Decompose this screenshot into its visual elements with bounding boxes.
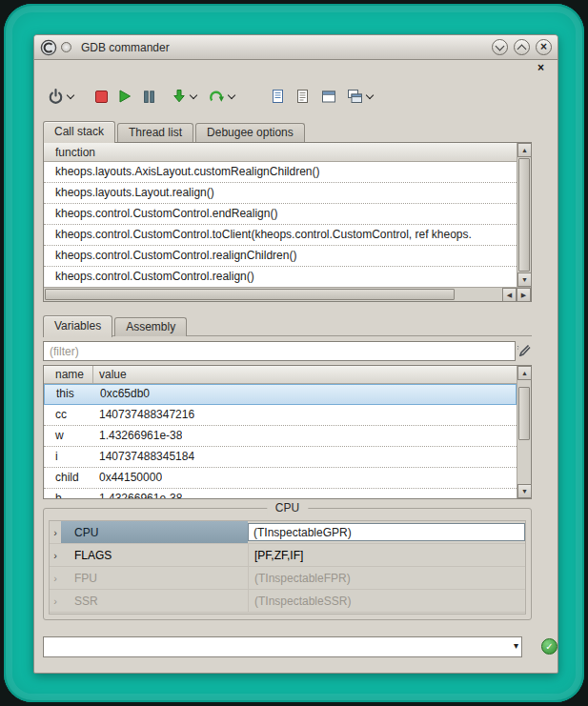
- window-title: GDB commander: [81, 41, 170, 54]
- step-over-button[interactable]: [209, 89, 234, 104]
- call-stack-row[interactable]: kheops.control.CustomControl.toClient(kh…: [44, 225, 517, 246]
- maximize-button[interactable]: [514, 39, 530, 55]
- variables-tabbar: Variables Assembly: [43, 314, 189, 336]
- filter-clear-button[interactable]: [515, 342, 532, 359]
- document-icon: [271, 89, 285, 104]
- window-icon: [321, 90, 336, 104]
- callstack-tabbar: Call stack Thread list Debugee options: [43, 120, 307, 142]
- expander-icon[interactable]: ›: [50, 550, 61, 561]
- column-header-name[interactable]: name: [44, 366, 93, 383]
- variable-row[interactable]: cc 140737488347216: [44, 405, 517, 426]
- tab-assembly[interactable]: Assembly: [114, 317, 187, 336]
- variables-header: name value: [44, 366, 517, 384]
- desktop-background: GDB commander × ×: [0, 0, 588, 706]
- window-view-button[interactable]: [321, 90, 336, 104]
- tab-thread-list[interactable]: Thread list: [117, 123, 193, 142]
- scrollbar-thumb[interactable]: [518, 158, 530, 272]
- app-badge-icon: [61, 42, 71, 52]
- variable-row[interactable]: w 1.43266961e-38: [44, 426, 517, 447]
- execute-button[interactable]: ✓: [541, 638, 558, 655]
- cpu-value-editor[interactable]: (TInspectableGPR): [248, 523, 525, 541]
- variable-row[interactable]: this 0xc65db0: [44, 384, 517, 405]
- expander-icon[interactable]: ›: [50, 573, 61, 584]
- cpu-row-name: FPU: [61, 567, 248, 589]
- tab-call-stack[interactable]: Call stack: [43, 121, 115, 143]
- windows-icon: [347, 89, 363, 104]
- stop-button[interactable]: [94, 90, 109, 104]
- filter-row: [43, 341, 532, 361]
- call-stack-row[interactable]: kheops.control.CustomControl.endRealign(…: [44, 204, 517, 225]
- variable-row[interactable]: child 0x44150000: [44, 468, 517, 489]
- variable-value: 1.43266961e-38: [93, 489, 182, 498]
- scroll-right-button[interactable]: ▶: [517, 288, 531, 302]
- cpu-row[interactable]: › SSR (TInspectableSSR): [50, 590, 525, 613]
- scrollbar-thumb[interactable]: [518, 387, 530, 440]
- horizontal-scrollbar[interactable]: ◀ ▶: [44, 287, 531, 301]
- scroll-down-button[interactable]: ▼: [517, 484, 532, 498]
- tab-debugee-options[interactable]: Debugee options: [195, 123, 305, 142]
- variable-name: child: [44, 468, 93, 488]
- command-input[interactable]: [46, 639, 504, 655]
- pause-button[interactable]: [142, 90, 156, 104]
- pen-icon: [516, 343, 531, 358]
- call-stack-panel: function kheops.layouts.AxisLayout.custo…: [43, 142, 532, 302]
- variable-row[interactable]: b 1.43266961e-38: [44, 489, 517, 498]
- call-stack-row[interactable]: kheops.control.CustomControl.realignChil…: [44, 246, 517, 267]
- close-button[interactable]: ×: [536, 39, 552, 55]
- windows-menu-button[interactable]: [347, 89, 373, 104]
- cpu-groupbox: CPU › CPU (TInspectableGPR) › FLAGS [PF,…: [43, 508, 532, 620]
- scroll-up-button[interactable]: ▲: [517, 143, 532, 157]
- call-stack-row[interactable]: kheops.layouts.AxisLayout.customRealignC…: [44, 162, 517, 183]
- cpu-row[interactable]: › FPU (TInspectableFPR): [50, 567, 525, 590]
- column-header-value[interactable]: value: [93, 366, 517, 383]
- variable-name: this: [45, 385, 94, 404]
- cpu-row[interactable]: › FLAGS [PF,ZF,IF]: [50, 544, 525, 567]
- expander-icon[interactable]: ›: [50, 527, 61, 538]
- gdb-commander-window: GDB commander × ×: [33, 34, 558, 674]
- column-header-function[interactable]: function: [44, 143, 95, 161]
- vertical-scrollbar[interactable]: ▲ ▼: [517, 366, 531, 498]
- step-into-button[interactable]: [172, 89, 196, 104]
- power-button[interactable]: [48, 89, 73, 105]
- scrollbar-thumb[interactable]: [45, 289, 455, 300]
- combobox-dropdown-icon[interactable]: ▾: [514, 640, 518, 651]
- variable-value: 0xc65db0: [94, 385, 150, 404]
- tab-variables[interactable]: Variables: [43, 315, 112, 337]
- cpu-groupbox-title: CPU: [267, 501, 308, 514]
- filter-input[interactable]: [43, 341, 516, 361]
- cpu-row-value: (TInspectableSSR): [248, 590, 525, 612]
- expander-icon[interactable]: ›: [50, 595, 61, 607]
- call-stack-row[interactable]: kheops.control.CustomControl.realign(): [44, 267, 517, 287]
- check-icon: ✓: [545, 641, 553, 652]
- variable-name: b: [44, 489, 93, 498]
- scroll-up-button[interactable]: ▲: [517, 366, 532, 380]
- pause-icon: [142, 90, 156, 104]
- scroll-left-button[interactable]: ◀: [502, 288, 517, 302]
- variables-panel: name value this 0xc65db0 cc 140737488347…: [43, 365, 532, 499]
- variable-row[interactable]: i 140737488345184: [44, 447, 517, 468]
- power-icon: [48, 89, 64, 105]
- play-icon: [117, 89, 132, 104]
- cpu-inspector: › CPU (TInspectableGPR) › FLAGS [PF,ZF,I…: [49, 520, 526, 615]
- vertical-scrollbar[interactable]: ▲ ▼: [517, 143, 531, 287]
- dropdown-chevron-icon: [67, 91, 74, 99]
- variables-list: this 0xc65db0 cc 140737488347216 w 1.432…: [44, 384, 517, 498]
- variable-name: w: [44, 426, 93, 446]
- titlebar[interactable]: GDB commander ×: [34, 35, 558, 60]
- cpu-row[interactable]: › CPU (TInspectableGPR): [50, 521, 525, 544]
- cpu-row-value: [PF,ZF,IF]: [248, 544, 525, 566]
- command-combobox[interactable]: ▾: [43, 636, 522, 657]
- variable-value: 140737488347216: [93, 405, 194, 425]
- panel-close-button[interactable]: ×: [537, 61, 544, 74]
- cpu-row-name: CPU: [61, 521, 248, 543]
- list-document-button[interactable]: [295, 89, 310, 104]
- source-document-button[interactable]: [271, 89, 285, 104]
- variable-name: i: [44, 447, 93, 467]
- call-stack-row[interactable]: kheops.layouts.Layout.realign(): [44, 183, 517, 204]
- run-button[interactable]: [117, 89, 132, 104]
- dropdown-chevron-icon: [228, 91, 235, 99]
- scroll-down-button[interactable]: ▼: [517, 272, 532, 287]
- dropdown-chevron-icon: [366, 91, 374, 99]
- minimize-button[interactable]: [492, 39, 508, 55]
- step-over-icon: [209, 89, 225, 104]
